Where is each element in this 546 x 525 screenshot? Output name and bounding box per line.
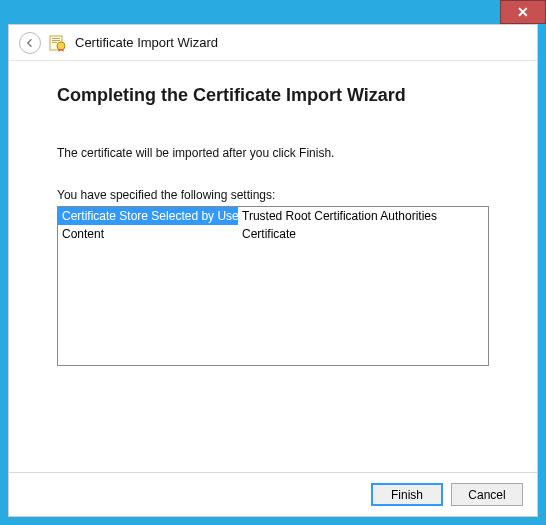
setting-key: Certificate Store Selected by User [58,207,238,225]
finish-button[interactable]: Finish [371,483,443,506]
back-button[interactable] [19,32,41,54]
settings-list[interactable]: Certificate Store Selected by User Trust… [57,206,489,366]
wizard-window: Certificate Import Wizard Completing the… [8,24,538,517]
back-arrow-icon [24,37,36,49]
setting-value: Trusted Root Certification Authorities [238,207,441,225]
page-title: Completing the Certificate Import Wizard [57,85,489,106]
close-button[interactable]: ✕ [500,0,546,24]
svg-point-4 [57,42,65,50]
settings-label: You have specified the following setting… [57,188,489,202]
title-bar: ✕ [0,0,546,24]
instruction-text: The certificate will be imported after y… [57,146,489,160]
wizard-header: Certificate Import Wizard [9,25,537,61]
setting-key: Content [58,225,238,243]
cancel-button[interactable]: Cancel [451,483,523,506]
wizard-content: Completing the Certificate Import Wizard… [9,61,537,472]
svg-rect-2 [52,40,60,41]
certificate-icon [49,34,67,52]
wizard-title: Certificate Import Wizard [75,35,218,50]
svg-rect-3 [52,42,57,43]
list-item[interactable]: Content Certificate [58,225,488,243]
window-frame: ✕ Certificate Import Wizard Completing t… [0,0,546,525]
close-icon: ✕ [517,4,529,20]
list-item[interactable]: Certificate Store Selected by User Trust… [58,207,488,225]
setting-value: Certificate [238,225,300,243]
svg-rect-1 [52,38,60,39]
wizard-footer: Finish Cancel [9,472,537,516]
